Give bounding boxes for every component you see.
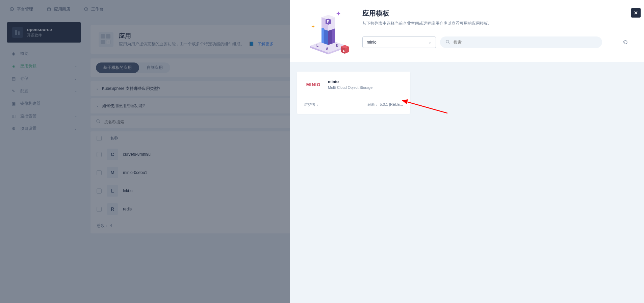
svg-text:B: B: [336, 44, 338, 47]
modal-search[interactable]: [440, 36, 602, 48]
refresh-button[interactable]: [620, 36, 631, 48]
panel-title: 应用模板: [362, 9, 631, 18]
app-card-minio[interactable]: MINIO minio Multi-Cloud Object Storage 维…: [297, 72, 410, 114]
panel-subtitle: 从下拉列表中选择当前企业空间或远程应用仓库以查看可用的应用模板。: [362, 21, 631, 26]
search-icon: [445, 40, 450, 45]
app-results: MINIO minio Multi-Cloud Object Storage 维…: [290, 62, 644, 123]
select-value: minio: [367, 40, 377, 45]
app-maintainer: 维护者： -: [304, 102, 321, 107]
modal-search-input[interactable]: [454, 40, 597, 45]
panel-header: L A B P S: [290, 0, 644, 62]
app-desc: Multi-Cloud Object Storage: [328, 85, 372, 90]
svg-text:P: P: [327, 20, 329, 24]
hero-illustration: L A B P S: [303, 9, 354, 54]
svg-text:A: A: [326, 47, 328, 51]
close-button[interactable]: [631, 8, 641, 18]
app-latest: 最新： 5.0.1 [RELE...: [367, 102, 403, 107]
minio-logo: MINIO: [304, 78, 323, 91]
repo-select[interactable]: minio ⌄: [362, 36, 436, 48]
app-name: minio: [328, 79, 372, 84]
svg-text:S: S: [343, 49, 345, 52]
svg-line-14: [448, 43, 449, 44]
chevron-down-icon: ⌄: [428, 40, 432, 45]
svg-text:L: L: [316, 44, 318, 47]
app-template-panel: L A B P S: [290, 0, 644, 303]
svg-point-13: [446, 40, 449, 43]
